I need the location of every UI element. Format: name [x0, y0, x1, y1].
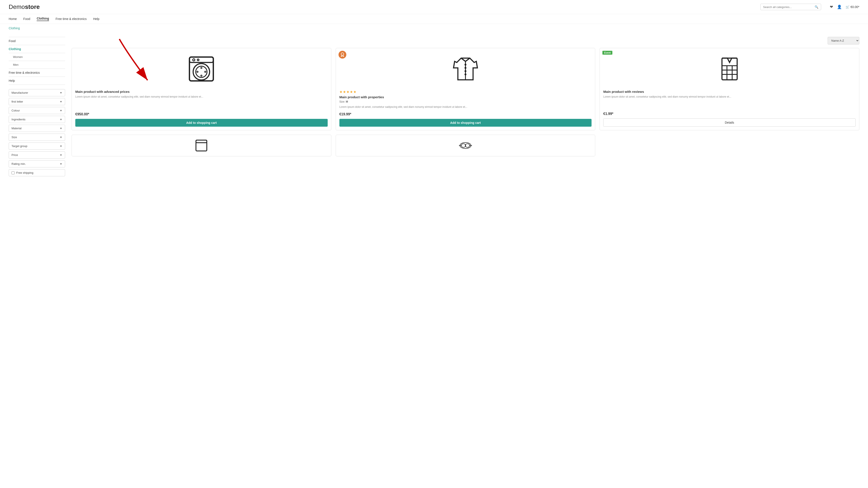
product-desc-2: Lorem ipsum dolor sit amet, consetetur s…	[339, 105, 592, 109]
chevron-down-icon: ▼	[60, 91, 62, 94]
sidebar-item-men[interactable]: Men	[9, 61, 65, 69]
filter-manufacturer[interactable]: Manufacturer ▼	[9, 89, 65, 96]
product-card-1: Main product with advanced prices Lorem …	[72, 48, 331, 130]
award-badge	[339, 51, 346, 59]
sidebar-menu: Food Clothing Women Men Free time & elec…	[9, 37, 65, 85]
products-toolbar: Name A-Z Name Z-A Price ascending Price …	[72, 37, 859, 44]
filter-freeshipping[interactable]: Free shipping	[9, 169, 65, 176]
svg-point-10	[341, 53, 344, 55]
chevron-down-icon: ▼	[60, 136, 62, 139]
sidebar-item-clothing[interactable]: Clothing	[9, 45, 65, 53]
product-image-3	[603, 52, 856, 86]
product-image-2	[339, 52, 592, 86]
search-icon[interactable]: 🔍	[815, 5, 818, 9]
filter-material-label: Material	[11, 127, 22, 130]
logo[interactable]: Demostore	[9, 3, 40, 10]
filter-size[interactable]: Size ▼	[9, 134, 65, 141]
chevron-down-icon: ▼	[60, 162, 62, 165]
svg-point-9	[205, 71, 206, 72]
nav-help[interactable]: Help	[93, 17, 99, 21]
add-to-cart-button-2[interactable]: Add to shopping cart	[339, 119, 592, 127]
filter-section: Manufacturer ▼ first letter ▼ Colour ▼ I…	[9, 89, 65, 176]
chevron-down-icon: ▼	[60, 100, 62, 103]
product-image-1	[75, 52, 328, 86]
filter-price[interactable]: Price ▼	[9, 152, 65, 159]
filter-ratingmin[interactable]: Rating min. ▼	[9, 160, 65, 167]
partial-icon-4	[195, 139, 208, 152]
nav-food[interactable]: Food	[23, 17, 30, 21]
svg-point-6	[201, 67, 202, 69]
sidebar-item-women[interactable]: Women	[9, 53, 65, 61]
svg-point-8	[197, 71, 198, 72]
product-card-5-partial	[336, 135, 595, 156]
filter-manufacturer-label: Manufacturer	[11, 91, 28, 94]
sidebar-item-help[interactable]: Help	[9, 76, 65, 85]
product-desc-1: Lorem ipsum dolor sit amet, consetetur s…	[75, 95, 328, 99]
jacket-icon	[452, 55, 479, 83]
event-badge-label: Event	[602, 51, 612, 55]
wishlist-icon[interactable]: ❤	[830, 5, 833, 9]
cart-total: €0.00*	[850, 5, 859, 9]
filter-firstletter[interactable]: first letter ▼	[9, 98, 65, 105]
filter-targetgroup-label: Target group	[11, 144, 27, 148]
svg-point-25	[461, 144, 466, 148]
chevron-down-icon: ▼	[60, 154, 62, 157]
product-card-3: Event Main pr	[599, 48, 859, 130]
filter-colour[interactable]: Colour ▼	[9, 107, 65, 114]
product-card-2: ★ ★ ★ ★ ★ Main product with properties S…	[336, 48, 595, 130]
sidebar-item-food[interactable]: Food	[9, 37, 65, 45]
product-size-2: Size: M	[339, 100, 592, 103]
filter-size-label: Size	[11, 135, 17, 139]
filter-firstletter-label: first letter	[11, 100, 23, 103]
washer-icon	[187, 55, 215, 83]
products-grid: Main product with advanced prices Lorem …	[72, 48, 859, 156]
freeshipping-label: Free shipping	[16, 171, 33, 174]
product-stars-2: ★ ★ ★ ★ ★	[339, 90, 592, 94]
freeshipping-checkbox[interactable]	[11, 171, 14, 174]
product-name-1: Main product with advanced prices	[75, 90, 328, 94]
filter-price-label: Price	[11, 153, 18, 157]
chevron-down-icon: ▼	[60, 118, 62, 121]
breadcrumb-link[interactable]: Clothing	[9, 27, 20, 30]
svg-point-7	[201, 75, 202, 76]
svg-point-5	[196, 66, 207, 77]
product-card-4-partial	[72, 135, 331, 156]
svg-point-26	[465, 144, 470, 148]
main-content: Food Clothing Women Men Free time & elec…	[0, 33, 868, 181]
chocolate-icon	[715, 55, 744, 83]
product-price-3: €1.99*	[603, 112, 856, 116]
nav-clothing[interactable]: Clothing	[37, 17, 49, 21]
account-icon[interactable]: 👤	[837, 5, 842, 9]
logo-light: Demo	[9, 3, 25, 10]
svg-point-3	[197, 59, 199, 61]
svg-rect-22	[196, 140, 207, 151]
chevron-down-icon: ▼	[60, 127, 62, 130]
nav-home[interactable]: Home	[9, 17, 17, 21]
filter-ingredients[interactable]: Ingredients ▼	[9, 116, 65, 123]
product-price-1: €950.00*	[75, 112, 328, 116]
search-bar[interactable]: 🔍	[761, 4, 821, 10]
cart-icon: 🛒	[846, 5, 849, 9]
award-icon	[339, 51, 346, 59]
sidebar-item-freetime[interactable]: Free time & electronics	[9, 69, 65, 76]
cart-button[interactable]: 🛒 €0.00*	[846, 5, 859, 9]
svg-point-2	[193, 59, 195, 61]
breadcrumb: Clothing	[0, 24, 868, 33]
chevron-down-icon: ▼	[60, 145, 62, 148]
filter-ingredients-label: Ingredients	[11, 118, 25, 121]
details-button-3[interactable]: Details	[603, 119, 856, 127]
product-desc-3: Lorem ipsum dolor sit amet, consetetur s…	[603, 95, 856, 99]
product-price-2: €19.99*	[339, 112, 592, 116]
search-input[interactable]	[763, 5, 813, 9]
partial-icon-5	[459, 139, 472, 152]
sort-select[interactable]: Name A-Z Name Z-A Price ascending Price …	[828, 37, 859, 44]
add-to-cart-button-1[interactable]: Add to shopping cart	[75, 119, 328, 127]
chevron-down-icon: ▼	[60, 109, 62, 112]
product-name-2: Main product with properties	[339, 95, 592, 99]
svg-rect-23	[196, 140, 207, 143]
header: Demostore 🔍 ❤ 👤 🛒 €0.00*	[0, 0, 868, 14]
filter-material[interactable]: Material ▼	[9, 125, 65, 132]
nav-freetime[interactable]: Free time & electronics	[56, 17, 87, 21]
sidebar: Food Clothing Women Men Free time & elec…	[9, 37, 65, 176]
filter-targetgroup[interactable]: Target group ▼	[9, 142, 65, 150]
